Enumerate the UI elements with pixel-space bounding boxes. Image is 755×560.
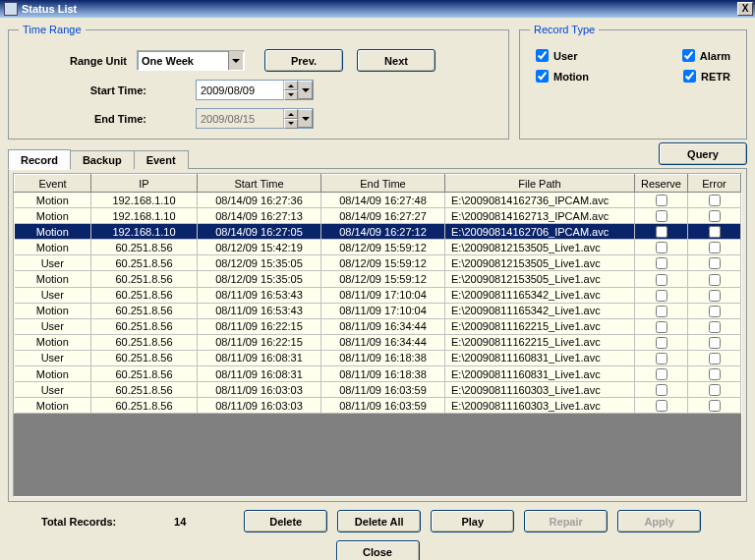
user-checkbox[interactable]: User	[536, 49, 577, 62]
table-row[interactable]: User60.251.8.5608/11/09 16:08:3108/11/09…	[15, 350, 741, 365]
table-row[interactable]: Motion192.168.1.1008/14/09 16:27:0508/14…	[15, 224, 741, 240]
cell-reserve[interactable]	[635, 255, 688, 271]
error-checkbox[interactable]	[709, 290, 721, 302]
table-row[interactable]: Motion192.168.1.1008/14/09 16:27:1308/14…	[15, 208, 741, 224]
reserve-checkbox[interactable]	[656, 384, 668, 396]
next-button[interactable]: Next	[357, 49, 436, 72]
table-row[interactable]: Motion60.251.8.5608/11/09 16:08:3108/11/…	[15, 366, 741, 382]
retr-checkbox[interactable]: RETR	[683, 70, 730, 83]
cell-error[interactable]	[688, 398, 741, 414]
error-checkbox[interactable]	[709, 242, 721, 253]
cell-reserve[interactable]	[635, 303, 688, 318]
cell-reserve[interactable]	[635, 287, 688, 303]
range-unit-combo[interactable]	[137, 50, 245, 71]
close-icon[interactable]: X	[737, 2, 753, 16]
table-row[interactable]: Motion60.251.8.5608/12/09 15:35:0508/12/…	[15, 271, 741, 287]
tab-backup[interactable]: Backup	[70, 150, 135, 169]
reserve-checkbox[interactable]	[656, 368, 668, 380]
cell-reserve[interactable]	[635, 334, 688, 350]
reserve-checkbox[interactable]	[656, 321, 668, 333]
cell-reserve[interactable]	[635, 318, 688, 334]
table-row[interactable]: Motion192.168.1.1008/14/09 16:27:3608/14…	[15, 193, 741, 208]
table-row[interactable]: Motion60.251.8.5608/11/09 16:03:0308/11/…	[15, 398, 741, 414]
spin-up-icon[interactable]	[284, 109, 298, 119]
cell-reserve[interactable]	[635, 398, 688, 414]
alarm-checkbox[interactable]: Alarm	[682, 49, 730, 62]
cell-error[interactable]	[688, 334, 741, 350]
cell-error[interactable]	[688, 366, 741, 382]
cell-error[interactable]	[688, 303, 741, 318]
error-checkbox[interactable]	[709, 210, 721, 222]
cell-error[interactable]	[688, 255, 741, 271]
reserve-checkbox[interactable]	[656, 195, 668, 206]
table-row[interactable]: Motion60.251.8.5608/12/09 15:42:1908/12/…	[15, 240, 741, 255]
query-button[interactable]: Query	[659, 142, 747, 165]
cell-reserve[interactable]	[635, 271, 688, 287]
error-checkbox[interactable]	[709, 321, 721, 333]
table-row[interactable]: User60.251.8.5608/11/09 16:03:0308/11/09…	[15, 382, 741, 398]
cell-error[interactable]	[688, 208, 741, 224]
delete-button[interactable]: Delete	[244, 510, 327, 532]
prev-button[interactable]: Prev.	[264, 49, 343, 72]
spin-down-icon[interactable]	[284, 90, 298, 100]
reserve-checkbox[interactable]	[656, 306, 668, 317]
motion-checkbox[interactable]: Motion	[536, 70, 589, 83]
cell-reserve[interactable]	[635, 382, 688, 398]
col-ip[interactable]: IP	[91, 175, 198, 193]
cell-error[interactable]	[688, 271, 741, 287]
table-row[interactable]: User60.251.8.5608/11/09 16:22:1508/11/09…	[15, 318, 741, 334]
cell-reserve[interactable]	[635, 240, 688, 255]
start-time-input[interactable]	[196, 80, 314, 100]
error-checkbox[interactable]	[709, 400, 721, 412]
spin-down-icon[interactable]	[284, 119, 298, 129]
chevron-down-icon[interactable]	[298, 109, 313, 128]
cell-reserve[interactable]	[635, 366, 688, 382]
col-end[interactable]: End Time	[321, 175, 445, 193]
cell-error[interactable]	[688, 287, 741, 303]
error-checkbox[interactable]	[709, 337, 721, 349]
error-checkbox[interactable]	[709, 195, 721, 206]
col-error[interactable]: Error	[688, 175, 741, 193]
reserve-checkbox[interactable]	[656, 226, 668, 238]
error-checkbox[interactable]	[709, 306, 721, 317]
col-path[interactable]: File Path	[445, 175, 635, 193]
error-checkbox[interactable]	[709, 274, 721, 286]
reserve-checkbox[interactable]	[656, 257, 668, 269]
cell-error[interactable]	[688, 224, 741, 240]
cell-reserve[interactable]	[635, 350, 688, 365]
table-row[interactable]: User60.251.8.5608/11/09 16:53:4308/11/09…	[15, 287, 741, 303]
error-checkbox[interactable]	[709, 368, 721, 380]
col-start[interactable]: Start Time	[198, 175, 321, 193]
reserve-checkbox[interactable]	[656, 337, 668, 349]
cell-reserve[interactable]	[635, 208, 688, 224]
table-row[interactable]: Motion60.251.8.5608/11/09 16:22:1508/11/…	[15, 334, 741, 350]
tab-event[interactable]: Event	[134, 150, 189, 169]
cell-reserve[interactable]	[635, 224, 688, 240]
play-button[interactable]: Play	[431, 510, 514, 532]
cell-error[interactable]	[688, 350, 741, 365]
col-event[interactable]: Event	[15, 175, 91, 193]
chevron-down-icon[interactable]	[298, 81, 313, 99]
chevron-down-icon[interactable]	[228, 51, 243, 70]
reserve-checkbox[interactable]	[656, 274, 668, 286]
close-button[interactable]: Close	[336, 540, 420, 560]
reserve-checkbox[interactable]	[656, 353, 668, 364]
start-time-value[interactable]	[197, 81, 283, 99]
reserve-checkbox[interactable]	[656, 210, 668, 222]
reserve-checkbox[interactable]	[656, 290, 668, 302]
table-row[interactable]: User60.251.8.5608/12/09 15:35:0508/12/09…	[15, 255, 741, 271]
error-checkbox[interactable]	[709, 353, 721, 364]
tab-record[interactable]: Record	[8, 149, 71, 170]
error-checkbox[interactable]	[709, 257, 721, 269]
cell-error[interactable]	[688, 240, 741, 255]
col-reserve[interactable]: Reserve	[635, 175, 688, 193]
cell-error[interactable]	[688, 382, 741, 398]
table-row[interactable]: Motion60.251.8.5608/11/09 16:53:4308/11/…	[15, 303, 741, 318]
spin-up-icon[interactable]	[284, 81, 298, 90]
cell-error[interactable]	[688, 193, 741, 208]
delete-all-button[interactable]: Delete All	[337, 510, 421, 532]
cell-error[interactable]	[688, 318, 741, 334]
records-grid[interactable]: Event IP Start Time End Time File Path R…	[13, 173, 742, 497]
reserve-checkbox[interactable]	[656, 400, 668, 412]
range-unit-value[interactable]	[138, 51, 228, 70]
